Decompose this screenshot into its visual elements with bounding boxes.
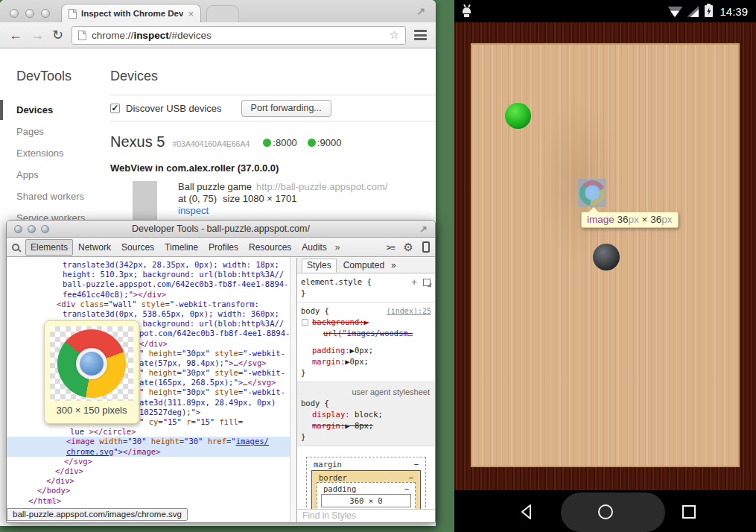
devtools-tab[interactable]: Elements bbox=[25, 239, 73, 256]
settings-gear-icon[interactable]: ⚙ bbox=[404, 241, 413, 254]
port-badge: :8000 bbox=[263, 137, 297, 148]
window-controls[interactable] bbox=[10, 9, 50, 18]
webview-page-row: Ball puzzle gamehttp://ball-puzzle.appsp… bbox=[110, 181, 436, 221]
inspect-link[interactable]: inspect bbox=[178, 205, 209, 216]
reload-button[interactable]: ↻ bbox=[52, 28, 63, 42]
devtools-tab[interactable]: Profiles bbox=[203, 239, 244, 256]
new-style-rule-icon[interactable]: + bbox=[411, 276, 417, 288]
back-button[interactable] bbox=[517, 502, 536, 522]
devtools-tabbar: ElementsNetworkSourcesTimelineProfilesRe… bbox=[7, 238, 435, 257]
code-line[interactable]: </svg> bbox=[7, 457, 290, 466]
find-in-styles-input[interactable]: Find in Styles bbox=[297, 509, 435, 522]
box-model-content-size: 360 × 0 bbox=[321, 494, 411, 507]
browser-tab[interactable]: Inspect with Chrome Devel × bbox=[61, 4, 201, 22]
port-status-dot bbox=[308, 139, 316, 147]
body-style-rule[interactable]: body {(index):25 background:▶ url("image… bbox=[297, 303, 435, 382]
browser-toolbar: ← → ↻ chrome://inspect/#devices ☆ bbox=[0, 22, 436, 48]
usb-debugging-icon bbox=[463, 7, 471, 13]
image-preview-tooltip: 300 × 150 pixels bbox=[44, 320, 139, 424]
user-agent-label: user agent stylesheet bbox=[301, 385, 431, 398]
link-status-bar: ball-puzzle.appspot.com/images/chrome.sv… bbox=[7, 508, 188, 521]
devtools-tab[interactable]: Resources bbox=[244, 239, 296, 256]
webview-title: WebView in com.alex.roller (37.0.0.0) bbox=[110, 162, 436, 174]
styles-pane-tab[interactable]: » bbox=[391, 260, 396, 270]
battery-charging-icon bbox=[705, 5, 713, 17]
device-header: Nexus 5 #03A404160A4E66A4 :8000:9000 bbox=[110, 133, 436, 151]
code-line[interactable]: ball-puzzle.appspot.com/642ec0b3-fb8f-4e… bbox=[7, 279, 290, 289]
discover-usb-checkbox[interactable]: ✓ bbox=[110, 104, 120, 113]
back-button[interactable]: ← bbox=[9, 28, 22, 42]
device-mode-icon[interactable] bbox=[422, 241, 430, 253]
inspect-element-icon[interactable] bbox=[423, 279, 431, 286]
tab-close-icon[interactable]: × bbox=[188, 8, 194, 19]
port-forwarding-button[interactable]: Port forwarding... bbox=[241, 100, 331, 117]
window-close-button[interactable] bbox=[14, 225, 22, 233]
window-zoom-button[interactable] bbox=[41, 225, 49, 233]
browser-menu-icon[interactable] bbox=[414, 30, 427, 40]
forward-button[interactable]: → bbox=[31, 28, 44, 42]
url-bar[interactable]: chrome://inspect/#devices ☆ bbox=[72, 26, 406, 45]
recents-button[interactable] bbox=[679, 502, 699, 522]
devtools-tab[interactable]: Audits bbox=[296, 239, 331, 256]
window-minimize-button[interactable] bbox=[25, 9, 34, 18]
devtools-tab[interactable]: Timeline bbox=[159, 239, 203, 256]
tab-favicon-icon bbox=[69, 9, 77, 19]
android-nav-bar bbox=[454, 490, 756, 532]
scrollbar[interactable] bbox=[290, 258, 296, 522]
sidebar-item[interactable]: Pages bbox=[0, 121, 110, 142]
port-badges: :8000:9000 bbox=[263, 137, 341, 148]
element-style-rule[interactable]: element.style { } + bbox=[297, 273, 435, 303]
code-line[interactable]: lue ></circle> bbox=[7, 427, 290, 437]
sidebar-item[interactable]: Extensions bbox=[0, 142, 110, 164]
page-size: size 1080 × 1701 bbox=[223, 193, 296, 204]
search-icon[interactable] bbox=[12, 244, 19, 251]
code-line[interactable]: </body> bbox=[7, 486, 290, 495]
image-url-link[interactable]: images/woodsm… bbox=[347, 329, 413, 338]
game-board[interactable]: image 36px × 36px bbox=[471, 43, 740, 467]
code-line[interactable]: height: 510.3px; background: url(blob:ht… bbox=[7, 270, 290, 279]
property-checkbox[interactable] bbox=[302, 319, 308, 326]
page-url: http://ball-puzzle.appspot.com/ bbox=[256, 181, 387, 192]
window-expand-icon[interactable]: ↗ bbox=[416, 5, 425, 17]
tab-strip: Inspect with Chrome Devel × ↗ bbox=[0, 0, 436, 22]
code-line[interactable]: </div> bbox=[7, 466, 290, 476]
window-expand-icon[interactable]: ↗ bbox=[419, 221, 428, 238]
chrome-image-element-highlighted[interactable] bbox=[578, 179, 606, 207]
new-tab-button[interactable] bbox=[206, 5, 239, 22]
code-line[interactable]: fee461cc40c8);"></div> bbox=[7, 290, 290, 300]
code-line[interactable]: translate3d(0px, 538.65px, 0px); width: … bbox=[7, 309, 290, 319]
console-drawer-icon[interactable]: >≡ bbox=[387, 243, 395, 252]
bookmark-star-icon[interactable]: ☆ bbox=[390, 28, 399, 42]
sidebar-item[interactable]: Devices bbox=[0, 99, 110, 121]
window-zoom-button[interactable] bbox=[41, 9, 50, 18]
devtools-titlebar[interactable]: Developer Tools - ball-puzzle.appspot.co… bbox=[7, 221, 435, 238]
green-ball[interactable] bbox=[505, 103, 531, 129]
tabs-overflow-chevron[interactable]: » bbox=[332, 242, 343, 253]
device-serial: #03A404160A4E66A4 bbox=[172, 139, 250, 148]
element-dimensions-tooltip: image 36px × 36px bbox=[581, 212, 679, 228]
window-minimize-button[interactable] bbox=[28, 225, 36, 233]
sidebar-item[interactable]: Apps bbox=[0, 164, 110, 186]
code-line[interactable]: chrome.svg"></image> bbox=[7, 447, 290, 457]
dark-ball[interactable] bbox=[593, 244, 620, 270]
code-line[interactable]: </div> bbox=[7, 476, 290, 486]
android-screen: 14:39 image 36px × 36px bbox=[454, 0, 756, 532]
code-line[interactable]: </html> bbox=[7, 496, 290, 506]
devtools-tab[interactable]: Network bbox=[73, 239, 116, 256]
devtools-window-controls[interactable] bbox=[14, 225, 49, 233]
user-agent-style-rule[interactable]: user agent stylesheet body { display: bl… bbox=[297, 382, 435, 446]
url-text[interactable]: chrome://inspect/#devices bbox=[92, 30, 212, 41]
styles-pane-tab[interactable]: Styles bbox=[302, 259, 337, 273]
stylesheet-source-link[interactable]: (index):25 bbox=[387, 305, 431, 317]
wifi-icon bbox=[667, 6, 682, 17]
code-line[interactable]: <div class="wall" style="-webkit-transfo… bbox=[7, 300, 290, 309]
android-status-bar: 14:39 bbox=[454, 0, 756, 22]
styles-pane-tab[interactable]: Computed bbox=[343, 260, 384, 270]
sidebar-item[interactable]: Shared workers bbox=[0, 186, 110, 207]
code-line[interactable]: <image width="30" height="30" href="imag… bbox=[7, 437, 290, 446]
sidebar-title: DevTools bbox=[16, 69, 110, 84]
code-line[interactable]: translate3d(342px, 28.35px, 0px); width:… bbox=[7, 260, 290, 270]
home-button[interactable] bbox=[596, 502, 615, 522]
devtools-tab[interactable]: Sources bbox=[116, 239, 159, 256]
window-close-button[interactable] bbox=[10, 9, 19, 18]
